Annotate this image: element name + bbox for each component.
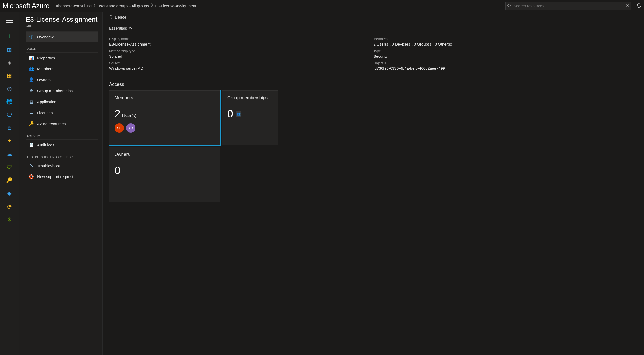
security-icon[interactable]: 🛡 [6,164,13,170]
trash-icon [109,15,113,19]
avatar: YR [126,123,135,133]
search-box[interactable] [505,2,631,10]
monitor-icon[interactable]: 🖵 [6,112,13,118]
gm-count: 0 [227,108,233,120]
nav-label: Owners [37,77,51,82]
all-resources-icon[interactable]: ▦ [6,72,13,79]
info-icon: ⓘ [29,34,34,40]
notifications-button[interactable] [636,3,641,8]
clear-icon[interactable] [626,4,629,7]
ess-object-id-value: fd736f96-6330-4b4a-befb-466c2aee7499 [374,66,638,70]
cost-icon[interactable]: $ [6,216,13,223]
ess-membership-type-value: Synced [109,54,374,58]
nav-new-support-request[interactable]: 🛟 New support request [26,171,98,182]
cube-icon[interactable]: ◈ [6,59,13,65]
owners-card-title: Owners [115,152,215,157]
ess-members-value: 2 User(s), 0 Device(s), 0 Group(s), 0 Ot… [374,42,638,46]
delete-label: Delete [115,15,126,19]
owners-card[interactable]: Owners 0 [109,147,220,202]
blade-subtitle: Group [26,24,98,28]
rail-separator [4,30,15,30]
members-icon: 👥 [29,66,34,71]
nav-overview[interactable]: ⓘ Overview [26,31,98,42]
nav-azure-resources[interactable]: 🔑 Azure resources [26,118,98,129]
access-section-title: Access [103,77,644,90]
meter-icon[interactable]: ◔ [6,203,13,209]
nav-licenses[interactable]: 🏷 Licenses [26,107,98,118]
left-rail: + ▦ ◈ ▦ ◷ 🌐 🖵 🖥 🗄 ☁ 🛡 🔑 ◆ ◔ $ [0,12,19,355]
cloud-icon[interactable]: ☁ [6,151,13,157]
vm-icon[interactable]: 🖥 [6,125,13,131]
recent-icon[interactable]: ◷ [6,85,13,92]
nav-label: New support request [37,174,73,179]
members-count: 2 [115,108,120,120]
essentials-panel: Display name E3-License-Assignment Membe… [103,34,644,77]
nav-troubleshoot[interactable]: 🛠 Troubleshoot [26,160,98,171]
breadcrumb-current[interactable]: E3-License-Assignment [155,4,196,8]
license-icon: 🏷 [29,110,34,115]
hamburger-button[interactable] [3,14,16,27]
nav-label: Group memberships [37,88,73,93]
gear-icon: ⚙ [29,88,34,93]
nav-label: Troubleshoot [37,164,60,168]
search-icon [507,4,511,8]
key-icon: 🔑 [29,121,34,126]
nav-label: Members [37,66,54,71]
section-support: TROUBLESHOOTING + SUPPORT [27,156,98,159]
support-icon: 🛟 [29,174,34,179]
svg-line-1 [510,7,511,8]
delete-button[interactable]: Delete [109,15,126,19]
blade-title: E3-License-Assignment [26,15,98,24]
nav-label: Properties [37,56,55,60]
nav-label: Azure resources [37,121,66,126]
aad-icon[interactable]: ◆ [6,190,13,196]
section-activity: ACTIVITY [27,135,98,138]
ess-type-label: Type [374,49,638,53]
top-bar: Microsoft Azure urbannerd-consulting Use… [0,0,644,12]
blade-nav: E3-License-Assignment Group ⓘ Overview M… [19,12,103,355]
nav-members[interactable]: 👥 Members [26,63,98,74]
nav-properties[interactable]: 📊 Properties [26,52,98,63]
search-input[interactable] [511,4,626,8]
gm-card-title: Group memberships [227,95,273,101]
svg-point-0 [508,4,510,7]
avatar: SR [115,123,124,133]
key-icon[interactable]: 🔑 [6,177,13,183]
nav-label: Overview [37,35,54,39]
ess-membership-type-label: Membership type [109,49,374,53]
member-avatars: SRYR [115,123,215,133]
dashboard-icon[interactable]: ▦ [6,46,13,52]
owners-icon: 👤 [29,77,34,82]
essentials-toggle[interactable]: Essentials [103,23,644,34]
sql-icon[interactable]: 🗄 [6,138,13,144]
chevron-right-icon [93,4,96,8]
command-bar: Delete [103,12,644,23]
globe-icon[interactable]: 🌐 [6,98,13,105]
logs-icon: 🧾 [29,142,34,147]
group-memberships-card[interactable]: Group memberships 0 👥 [222,90,278,145]
content-pane: Delete Essentials Display name E3-Licens… [103,12,644,355]
ess-members-label: Members [374,37,638,41]
properties-icon: 📊 [29,55,34,60]
essentials-label: Essentials [109,26,127,30]
group-icon: 👥 [236,111,241,117]
ess-object-id-label: Object ID [374,61,638,65]
brand-text[interactable]: Microsoft Azure [3,2,49,10]
ess-display-name-value: E3-License-Assignment [109,42,374,46]
nav-group-memberships[interactable]: ⚙ Group memberships [26,85,98,96]
nav-owners[interactable]: 👤 Owners [26,74,98,85]
ess-display-name-label: Display name [109,37,374,41]
breadcrumb: urbannerd-consulting Users and groups - … [55,4,196,8]
chevron-up-icon [129,26,133,30]
breadcrumb-groups[interactable]: Users and groups - All groups [97,4,149,8]
nav-audit-logs[interactable]: 🧾 Audit logs [26,139,98,150]
wrench-icon: 🛠 [29,163,34,168]
nav-applications[interactable]: ▦ Applications [26,96,98,107]
create-resource-icon[interactable]: + [6,33,13,39]
breadcrumb-tenant[interactable]: urbannerd-consulting [55,4,92,8]
nav-label: Licenses [37,110,53,115]
members-card[interactable]: Members 2 User(s) SRYR [109,90,220,145]
members-unit: User(s) [122,113,137,119]
owners-count: 0 [115,164,215,176]
members-card-title: Members [115,95,215,101]
